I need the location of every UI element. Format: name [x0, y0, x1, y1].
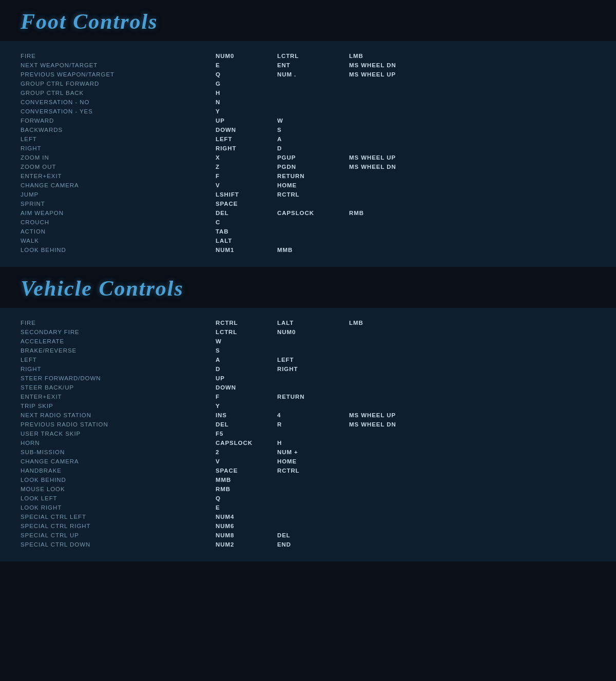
- control-key1: MMB: [216, 477, 277, 483]
- table-row: GROUP CTRL FORWARDG: [21, 79, 595, 88]
- table-row: LOOK BEHINDMMB: [21, 475, 595, 484]
- control-label: CONVERSATION - NO: [21, 99, 216, 105]
- control-label: USER TRACK SKIP: [21, 431, 216, 437]
- table-row: LEFTALEFT: [21, 355, 595, 364]
- control-key1: DOWN: [216, 127, 277, 133]
- control-label: FORWARD: [21, 118, 216, 124]
- control-key2: LEFT: [277, 357, 349, 363]
- control-label: PREVIOUS RADIO STATION: [21, 421, 216, 427]
- control-key2: A: [277, 136, 349, 142]
- table-row: ZOOM OUTZPGDNMS WHEEL DN: [21, 162, 595, 171]
- control-key1: F: [216, 173, 277, 179]
- table-row: LEFTLEFTA: [21, 134, 595, 144]
- control-key1: LALT: [216, 238, 277, 244]
- control-label: CONVERSATION - YES: [21, 108, 216, 114]
- control-key3: MS WHEEL UP: [349, 154, 421, 161]
- control-key2: RIGHT: [277, 366, 349, 372]
- control-label: NEXT RADIO STATION: [21, 412, 216, 418]
- control-key1: NUM6: [216, 523, 277, 529]
- control-label: SECONDARY FIRE: [21, 329, 216, 335]
- table-row: ACTIONTAB: [21, 227, 595, 236]
- control-key3: LMB: [349, 320, 421, 326]
- control-key3: MS WHEEL DN: [349, 421, 421, 427]
- foot-controls-header: Foot Controls: [0, 0, 616, 41]
- table-row: RIGHTDRIGHT: [21, 364, 595, 374]
- control-key2: HOME: [277, 182, 349, 188]
- control-key1: UP: [216, 118, 277, 124]
- control-key2: 4: [277, 412, 349, 418]
- control-label: PREVIOUS WEAPON/TARGET: [21, 71, 216, 77]
- control-key2: H: [277, 440, 349, 446]
- control-key2: W: [277, 118, 349, 124]
- table-row: NEXT RADIO STATIONINS4MS WHEEL UP: [21, 411, 595, 420]
- control-key3: MS WHEEL DN: [349, 62, 421, 68]
- control-key2: ENT: [277, 62, 349, 68]
- control-key2: RCTRL: [277, 191, 349, 198]
- control-label: FIRE: [21, 53, 216, 59]
- control-label: SPECIAL CTRL RIGHT: [21, 523, 216, 529]
- control-label: RIGHT: [21, 366, 216, 372]
- control-label: HORN: [21, 440, 216, 446]
- control-label: LOOK LEFT: [21, 495, 216, 501]
- control-label: CHANGE CAMERA: [21, 458, 216, 464]
- table-row: SPECIAL CTRL UPNUM8DEL: [21, 531, 595, 540]
- vehicle-controls-title: Vehicle Controls: [21, 277, 184, 300]
- table-row: SPRINTSPACE: [21, 199, 595, 208]
- table-row: ENTER+EXITFRETURN: [21, 171, 595, 181]
- control-key1: CAPSLOCK: [216, 440, 277, 446]
- control-key1: A: [216, 357, 277, 363]
- control-key1: NUM1: [216, 247, 277, 253]
- control-label: MOUSE LOOK: [21, 486, 216, 492]
- control-key2: D: [277, 145, 349, 151]
- control-key1: V: [216, 182, 277, 188]
- control-label: BACKWARDS: [21, 127, 216, 133]
- control-label: LOOK BEHIND: [21, 477, 216, 483]
- table-row: WALKLALT: [21, 236, 595, 245]
- control-label: LEFT: [21, 136, 216, 142]
- control-key1: NUM8: [216, 532, 277, 538]
- table-row: CONVERSATION - YESY: [21, 107, 595, 116]
- control-key1: DEL: [216, 210, 277, 216]
- table-row: SUB-MISSION2NUM +: [21, 447, 595, 457]
- control-key2: NUM +: [277, 449, 349, 455]
- control-key2: RETURN: [277, 173, 349, 179]
- control-label: TRIP SKIP: [21, 403, 216, 409]
- table-row: CROUCHC: [21, 218, 595, 227]
- control-key2: DEL: [277, 532, 349, 538]
- table-row: HORNCAPSLOCKH: [21, 438, 595, 447]
- control-key2: LALT: [277, 320, 349, 326]
- control-key2: R: [277, 421, 349, 427]
- table-row: USER TRACK SKIPF5: [21, 429, 595, 438]
- control-key1: G: [216, 81, 277, 87]
- control-key2: END: [277, 541, 349, 548]
- control-label: SUB-MISSION: [21, 449, 216, 455]
- table-row: LOOK LEFTQ: [21, 494, 595, 503]
- control-key1: TAB: [216, 228, 277, 235]
- control-label: STEER BACK/UP: [21, 384, 216, 391]
- control-key2: CAPSLOCK: [277, 210, 349, 216]
- control-label: AIM WEAPON: [21, 210, 216, 216]
- control-label: BRAKE/REVERSE: [21, 347, 216, 354]
- control-key1: SPACE: [216, 468, 277, 474]
- control-key1: Y: [216, 108, 277, 114]
- control-key1: DEL: [216, 421, 277, 427]
- table-row: ENTER+EXITFRETURN: [21, 392, 595, 401]
- control-label: CHANGE CAMERA: [21, 182, 216, 188]
- control-key2: PGDN: [277, 164, 349, 170]
- control-key2: HOME: [277, 458, 349, 464]
- foot-controls-table: FIRENUM0LCTRLLMBNEXT WEAPON/TARGETEENTMS…: [0, 41, 616, 267]
- control-key1: LSHIFT: [216, 191, 277, 198]
- control-key1: X: [216, 154, 277, 161]
- control-key1: Z: [216, 164, 277, 170]
- control-key1: NUM2: [216, 541, 277, 548]
- control-label: ZOOM OUT: [21, 164, 216, 170]
- control-label: SPECIAL CTRL LEFT: [21, 514, 216, 520]
- table-row: FIRERCTRLLALTLMB: [21, 318, 595, 327]
- control-key1: N: [216, 99, 277, 105]
- control-label: SPECIAL CTRL UP: [21, 532, 216, 538]
- table-row: PREVIOUS WEAPON/TARGETQNUM .MS WHEEL UP: [21, 70, 595, 79]
- table-row: FORWARDUPW: [21, 116, 595, 125]
- control-key2: S: [277, 127, 349, 133]
- control-label: JUMP: [21, 191, 216, 198]
- vehicle-controls-section: Vehicle Controls FIRERCTRLLALTLMBSECONDA…: [0, 267, 616, 561]
